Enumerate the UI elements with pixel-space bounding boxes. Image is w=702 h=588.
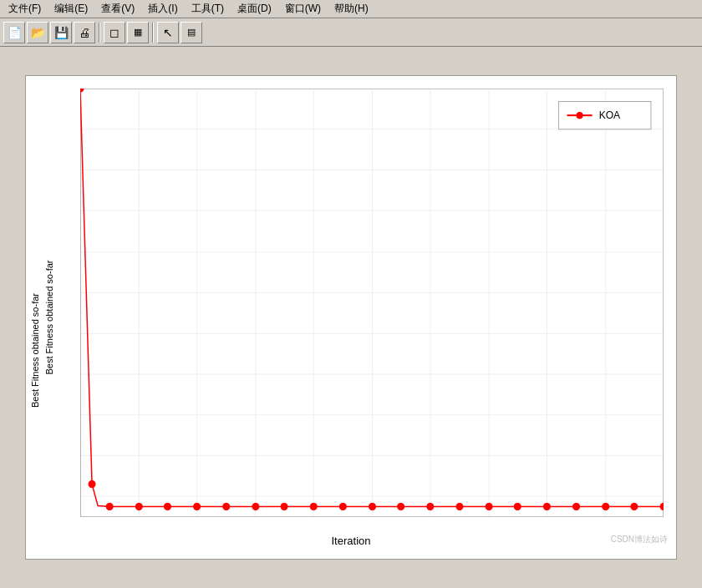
- svg-point-68: [577, 112, 583, 119]
- svg-point-33: [339, 503, 346, 509]
- menu-desktop[interactable]: 桌面(D): [231, 0, 278, 18]
- svg-text:KOA: KOA: [599, 109, 621, 121]
- chart-plot-area: 720 740 760 780 800 820 840 860 880 900 …: [80, 89, 664, 517]
- svg-point-44: [660, 503, 664, 509]
- menu-bar: 文件(F) 编辑(E) 查看(V) 插入(I) 工具(T) 桌面(D) 窗口(W…: [0, 0, 702, 18]
- svg-point-31: [281, 503, 287, 509]
- watermark: CSDN博法如诗: [611, 534, 668, 545]
- svg-point-26: [135, 503, 142, 509]
- toolbar-separator-2: [152, 23, 154, 43]
- svg-point-27: [164, 503, 170, 509]
- toolbar-new[interactable]: 📄: [3, 22, 25, 43]
- svg-point-38: [486, 503, 492, 509]
- svg-point-32: [310, 503, 317, 509]
- svg-point-29: [223, 503, 230, 509]
- svg-point-43: [631, 503, 638, 509]
- toolbar-btn8[interactable]: ▤: [181, 22, 202, 43]
- y-axis-label: Best Fitness obtained so-far: [44, 234, 54, 401]
- menu-edit[interactable]: 编辑(E): [48, 0, 94, 18]
- svg-point-28: [194, 503, 201, 509]
- svg-point-24: [89, 480, 95, 487]
- svg-point-30: [252, 503, 259, 509]
- svg-point-40: [543, 503, 550, 509]
- toolbar-btn5[interactable]: ◻: [104, 22, 125, 43]
- toolbar-btn6[interactable]: ▦: [127, 22, 149, 43]
- toolbar-save[interactable]: 💾: [50, 22, 72, 43]
- svg-point-42: [603, 503, 609, 509]
- menu-file[interactable]: 文件(F): [2, 0, 48, 18]
- toolbar-separator-1: [99, 23, 100, 43]
- chart-svg: 720 740 760 780 800 820 840 860 880 900 …: [80, 89, 664, 517]
- menu-insert[interactable]: 插入(I): [141, 0, 184, 18]
- menu-tools[interactable]: 工具(T): [185, 0, 231, 18]
- menu-view[interactable]: 查看(V): [94, 0, 141, 18]
- toolbar-print[interactable]: 🖨: [74, 22, 95, 43]
- y-axis-label-rotated: Best Fitness obtained so-far: [30, 293, 40, 408]
- svg-point-39: [514, 503, 521, 509]
- svg-point-36: [427, 503, 434, 509]
- svg-point-41: [573, 503, 580, 509]
- svg-point-37: [456, 503, 463, 509]
- content-area: Best Fitness obtained so-far: [0, 47, 702, 588]
- chart-container: Best Fitness obtained so-far: [25, 75, 677, 560]
- svg-point-25: [106, 503, 113, 509]
- menu-window[interactable]: 窗口(W): [278, 0, 328, 18]
- menu-help[interactable]: 帮助(H): [328, 0, 375, 18]
- x-axis-label: Iteration: [332, 535, 371, 547]
- svg-point-34: [369, 503, 375, 509]
- toolbar-cursor[interactable]: ↖: [157, 22, 179, 43]
- toolbar: 📄 📂 💾 🖨 ◻ ▦ ↖ ▤: [0, 18, 702, 47]
- svg-point-35: [398, 503, 404, 509]
- svg-rect-0: [80, 89, 664, 517]
- toolbar-open[interactable]: 📂: [27, 22, 48, 43]
